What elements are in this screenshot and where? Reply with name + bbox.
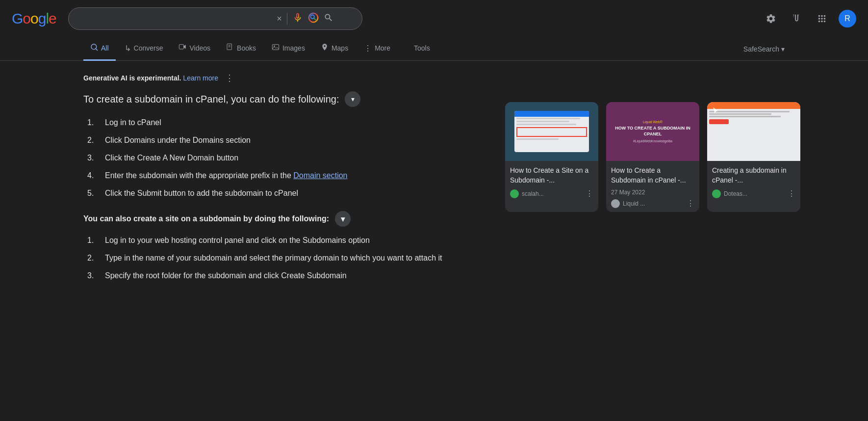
result-card-3[interactable]: Creating a subdomain in cPanel -... Dote… [707, 102, 800, 212]
maps-icon [321, 43, 329, 53]
list-item: 2. Click Domains under the Domains secti… [87, 134, 485, 146]
main-content: Generative AI is experimental. Learn mor… [0, 61, 868, 305]
labs-icon[interactable] [788, 10, 805, 27]
lens-search-icon[interactable] [308, 12, 319, 25]
google-logo: Google [12, 10, 56, 27]
source-icon-1 [510, 189, 519, 198]
safesearch-label: SafeSearch [743, 45, 779, 53]
nav-converse-label: Converse [134, 44, 163, 52]
nav-item-books[interactable]: Books [219, 37, 263, 61]
nav-videos-label: Videos [189, 44, 210, 52]
videos-icon [179, 43, 186, 53]
safesearch[interactable]: SafeSearch ▾ [743, 45, 785, 53]
search-bar-wrapper: how to create a subdomain on cpanel × [68, 7, 362, 30]
all-icon [90, 43, 98, 53]
card-menu-1[interactable]: ⋮ [586, 189, 593, 198]
images-icon [272, 43, 280, 53]
svg-rect-10 [272, 45, 279, 50]
ai-learn-more-link[interactable]: Learn more [183, 74, 218, 82]
result-card-2[interactable]: Liquid Web® HOW TO CREATE A SUBDOMAIN IN… [606, 102, 699, 212]
user-avatar[interactable]: R [839, 10, 856, 27]
nav-item-more[interactable]: ⋮ More [357, 37, 397, 61]
header: Google how to create a subdomain on cpan… [0, 0, 868, 37]
right-column: How to Create a Site on a Subdomain -...… [505, 73, 785, 293]
search-input[interactable]: how to create a subdomain on cpanel [78, 14, 277, 23]
collapse-subheading-button[interactable]: ▾ [335, 211, 351, 227]
card-menu-2[interactable]: ⋮ [687, 199, 694, 208]
list-item: 3. Specify the root folder for the subdo… [87, 270, 485, 282]
card-title-3: Creating a subdomain in cPanel -... [712, 166, 795, 185]
svg-marker-6 [184, 45, 186, 49]
list-item: 3. Click the Create A New Domain button [87, 152, 485, 164]
ai-main-heading: To create a subdomain in cPanel, you can… [83, 91, 485, 107]
card-info-1: How to Create a Site on a Subdomain -...… [505, 161, 598, 202]
chevron-down-icon: ▾ [351, 95, 355, 103]
svg-line-2 [314, 18, 316, 20]
cpanel-bar [707, 102, 800, 109]
search-icons-right: × [277, 12, 337, 26]
chevron-down-small-icon: ▾ [341, 214, 345, 224]
nav-item-all[interactable]: All [83, 37, 116, 61]
card-source-3: Doteas... [712, 189, 747, 198]
card-footer-1: scalah... ⋮ [510, 189, 593, 198]
ai-experimental-text: Generative AI is experimental. Learn mor… [83, 74, 218, 82]
nav-item-images[interactable]: Images [265, 37, 312, 61]
list-item: 2. Type in the name of your subdomain an… [87, 252, 485, 264]
tools-label: Tools [414, 44, 430, 52]
card-info-3: Creating a subdomain in cPanel -... Dote… [707, 161, 800, 202]
list-item: 5. Click the Submit button to add the su… [87, 187, 485, 199]
collapse-heading-button[interactable]: ▾ [345, 91, 360, 107]
clear-search-icon[interactable]: × [277, 14, 282, 24]
list-item: 1. Log in to your web hosting control pa… [87, 235, 485, 246]
ai-more-options-icon[interactable]: ⋮ [225, 73, 234, 83]
source-name-2: Liquid ... [623, 200, 645, 207]
list-item: 4. Enter the subdomain with the appropri… [87, 170, 485, 182]
safesearch-arrow-icon: ▾ [781, 45, 785, 53]
google-apps-icon[interactable] [813, 10, 831, 27]
search-divider [287, 13, 287, 25]
source-name-3: Doteas... [724, 190, 747, 197]
nav-item-tools[interactable]: Tools [407, 37, 437, 61]
card-thumbnail-2: Liquid Web® HOW TO CREATE A SUBDOMAIN IN… [606, 102, 699, 161]
cpanel-content [707, 109, 800, 126]
nav-item-maps[interactable]: Maps [314, 37, 355, 61]
liquid-web-thumb: Liquid Web® HOW TO CREATE A SUBDOMAIN IN… [606, 102, 699, 161]
cpanel-thumb-button [709, 119, 729, 124]
card-thumbnail-1 [505, 102, 598, 161]
list-item: 1. Log in to cPanel [87, 117, 485, 129]
steps-list: 1. Log in to cPanel 2. Click Domains und… [83, 117, 485, 199]
nav-more-label: More [375, 44, 390, 52]
card-footer-2: Liquid ... ⋮ [611, 199, 694, 208]
thumb-ui-1 [514, 111, 589, 152]
search-bar[interactable]: how to create a subdomain on cpanel × [68, 7, 362, 30]
settings-icon[interactable] [762, 10, 780, 27]
search-submit-icon[interactable] [324, 13, 333, 25]
converse-icon: ↳ [125, 44, 131, 53]
card-source-2: Liquid ... [611, 199, 645, 208]
svg-rect-5 [179, 45, 184, 49]
lw-brand: Liquid Web® [643, 120, 663, 124]
books-icon [226, 43, 234, 53]
sub-steps-list: 1. Log in to your web hosting control pa… [83, 235, 485, 282]
header-right: R [762, 10, 856, 27]
domain-section-link[interactable]: Domain section [293, 171, 347, 180]
nav-bar: All ↳ Converse Videos Books [0, 37, 868, 61]
lw-hashtag: #LiquidWebKnowledgeBa [633, 139, 672, 143]
card-menu-3[interactable]: ⋮ [788, 189, 795, 198]
ai-sub-heading: You can also create a site on a subdomai… [83, 211, 485, 227]
svg-point-0 [309, 13, 318, 22]
voice-search-icon[interactable] [292, 12, 303, 26]
card-date-2: 27 May 2022 [611, 189, 694, 196]
left-column: Generative AI is experimental. Learn mor… [83, 73, 485, 293]
lw-title: HOW TO CREATE A SUBDOMAIN IN CPANEL [610, 126, 695, 137]
source-name-1: scalah... [522, 190, 544, 197]
cpanel-thumb [707, 102, 800, 161]
nav-item-videos[interactable]: Videos [172, 37, 217, 61]
cursor-icon [712, 107, 719, 114]
nav-item-converse[interactable]: ↳ Converse [118, 37, 170, 61]
ai-header: Generative AI is experimental. Learn mor… [83, 73, 485, 83]
card-footer-3: Doteas... ⋮ [712, 189, 795, 198]
card-thumbnail-3 [707, 102, 800, 161]
card-title-2: How to Create a Subdomain in cPanel -... [611, 166, 694, 185]
result-card-1[interactable]: How to Create a Site on a Subdomain -...… [505, 102, 598, 212]
